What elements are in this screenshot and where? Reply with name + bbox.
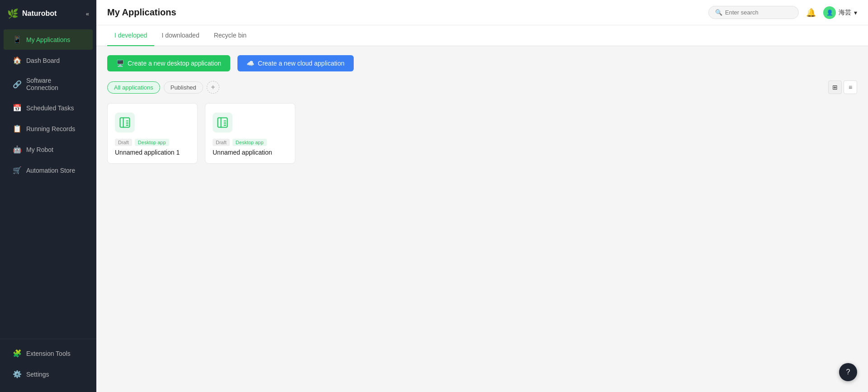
- my-robot-icon: 🤖: [13, 145, 22, 154]
- dash-board-icon: 🏠: [13, 56, 22, 65]
- sidebar-item-label: Software Connection: [26, 77, 84, 91]
- sidebar-item-automation-store[interactable]: 🛒 Automation Store: [4, 160, 93, 180]
- desktop-icon: 🖥️: [116, 60, 124, 67]
- sidebar-collapse-button[interactable]: «: [86, 10, 89, 17]
- chevron-down-icon: ▾: [854, 9, 857, 16]
- sidebar-nav: 📱 My Applications 🏠 Dash Board 🔗 Softwar…: [0, 27, 96, 339]
- add-filter-button[interactable]: +: [207, 81, 219, 94]
- tag-draft: Draft: [213, 139, 230, 146]
- filter-tags: All applications Published +: [107, 81, 219, 94]
- sidebar-item-label: Settings: [26, 371, 49, 378]
- running-records-icon: 📋: [13, 124, 22, 133]
- scheduled-tasks-icon: 📅: [13, 104, 22, 112]
- user-name: 海芸: [839, 9, 851, 17]
- app-logo: 🌿 Naturobot «: [0, 0, 96, 27]
- filter-bar: All applications Published + ⊞ ≡: [107, 80, 857, 94]
- view-toggles: ⊞ ≡: [828, 80, 857, 94]
- search-icon: 🔍: [715, 9, 722, 16]
- my-applications-icon: 📱: [13, 35, 22, 44]
- automation-store-icon: 🛒: [13, 166, 22, 175]
- action-buttons: 🖥️ Create a new desktop application ☁️ C…: [107, 55, 857, 71]
- app-card[interactable]: Draft Desktop app Unnamed application 1: [107, 103, 198, 164]
- app-card-tags: Draft Desktop app: [213, 139, 288, 146]
- cloud-icon: ☁️: [247, 60, 254, 67]
- sidebar-item-label: My Applications: [26, 36, 70, 43]
- search-bar[interactable]: 🔍: [708, 6, 799, 19]
- tab-bar: I developed I downloaded Recycle bin: [96, 25, 868, 46]
- user-menu[interactable]: 👤 海芸 ▾: [823, 6, 857, 19]
- sidebar-item-label: Extension Tools: [26, 350, 71, 357]
- topbar: My Applications 🔍 🔔 👤 海芸 ▾: [96, 0, 868, 25]
- svg-rect-1: [218, 118, 228, 128]
- sidebar-bottom: 🧩 Extension Tools ⚙️ Settings: [0, 339, 96, 392]
- extension-tools-icon: 🧩: [13, 349, 22, 358]
- sidebar-item-my-robot[interactable]: 🤖 My Robot: [4, 139, 93, 160]
- tab-recycle-bin[interactable]: Recycle bin: [207, 25, 254, 46]
- content-area: I developed I downloaded Recycle bin 🖥️ …: [96, 25, 868, 392]
- search-input[interactable]: [725, 9, 792, 16]
- sidebar-item-label: Scheduled Tasks: [26, 104, 74, 112]
- cloud-btn-label: Create a new cloud application: [258, 60, 344, 67]
- sidebar-item-label: Running Records: [26, 125, 75, 132]
- software-connection-icon: 🔗: [13, 80, 22, 89]
- grid-view-button[interactable]: ⊞: [828, 80, 842, 94]
- topbar-right: 🔍 🔔 👤 海芸 ▾: [708, 6, 857, 19]
- help-button[interactable]: ?: [839, 363, 857, 381]
- app-card-icon: [213, 113, 232, 132]
- logo-icon: 🌿: [7, 8, 19, 19]
- desktop-btn-label: Create a new desktop application: [128, 60, 221, 67]
- create-cloud-app-button[interactable]: ☁️ Create a new cloud application: [237, 55, 353, 71]
- tag-desktop: Desktop app: [232, 139, 267, 146]
- app-card[interactable]: Draft Desktop app Unnamed application: [205, 103, 295, 164]
- sidebar-item-my-applications[interactable]: 📱 My Applications: [4, 29, 93, 50]
- sidebar-item-software-connection[interactable]: 🔗 Software Connection: [4, 71, 93, 97]
- filter-published[interactable]: Published: [164, 81, 203, 94]
- sidebar: 🌿 Naturobot « 📱 My Applications 🏠 Dash B…: [0, 0, 96, 392]
- app-card-tags: Draft Desktop app: [115, 139, 190, 146]
- app-name: Naturobot: [22, 9, 57, 18]
- sidebar-item-label: My Robot: [26, 146, 53, 153]
- sidebar-item-dash-board[interactable]: 🏠 Dash Board: [4, 50, 93, 71]
- sidebar-item-running-records[interactable]: 📋 Running Records: [4, 118, 93, 139]
- create-desktop-app-button[interactable]: 🖥️ Create a new desktop application: [107, 55, 230, 71]
- settings-icon: ⚙️: [13, 370, 22, 378]
- main-content: My Applications 🔍 🔔 👤 海芸 ▾ I developed I…: [96, 0, 868, 392]
- sidebar-item-extension-tools[interactable]: 🧩 Extension Tools: [4, 343, 93, 364]
- tag-desktop: Desktop app: [135, 139, 169, 146]
- apps-grid: Draft Desktop app Unnamed application 1 …: [107, 103, 857, 164]
- list-view-button[interactable]: ≡: [844, 80, 857, 94]
- app-card-name: Unnamed application: [213, 149, 288, 156]
- avatar: 👤: [823, 6, 836, 19]
- tag-draft: Draft: [115, 139, 132, 146]
- tab-i-downloaded[interactable]: I downloaded: [154, 25, 206, 46]
- app-card-icon: [115, 113, 135, 132]
- tab-i-developed[interactable]: I developed: [107, 25, 154, 46]
- app-card-name: Unnamed application 1: [115, 149, 190, 156]
- sidebar-item-label: Dash Board: [26, 57, 60, 64]
- sidebar-item-label: Automation Store: [26, 167, 75, 174]
- sidebar-item-settings[interactable]: ⚙️ Settings: [4, 364, 93, 384]
- page-title: My Applications: [107, 7, 176, 18]
- notification-bell-icon[interactable]: 🔔: [806, 8, 816, 18]
- filter-all-applications[interactable]: All applications: [107, 81, 160, 94]
- sidebar-item-scheduled-tasks[interactable]: 📅 Scheduled Tasks: [4, 98, 93, 118]
- svg-rect-0: [120, 118, 130, 128]
